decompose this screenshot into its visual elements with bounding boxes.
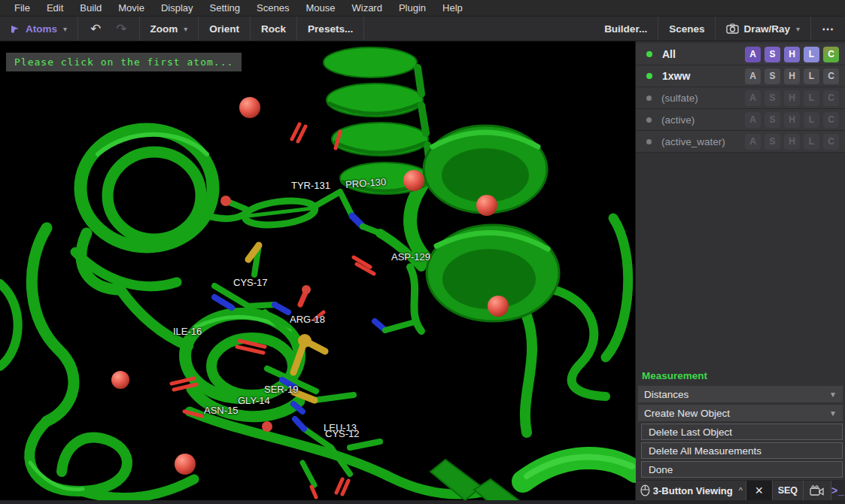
menu-help[interactable]: Help (434, 0, 471, 16)
chevron-down-icon: ▼ (829, 390, 837, 399)
measurement-target-dropdown[interactable]: Create New Object ▼ (638, 405, 843, 421)
mouse-mode-dropdown[interactable]: Atoms ▾ (0, 17, 78, 41)
done-button[interactable]: Done (641, 461, 843, 478)
object-row-sulfate[interactable]: (sulfate) A S H L C (636, 87, 845, 109)
menu-mouse[interactable]: Mouse (297, 0, 343, 16)
show-menu-button[interactable]: S (764, 47, 780, 62)
toolbar: Atoms ▾ ↶ ↷ Zoom ▾ Orient Rock Presets..… (0, 17, 845, 41)
menu-display[interactable]: Display (153, 0, 202, 16)
hide-menu-button[interactable]: H (784, 90, 800, 106)
color-menu-button[interactable]: C (823, 112, 839, 128)
seq-toggle-button[interactable]: SEQ (773, 481, 804, 500)
menu-plugin[interactable]: Plugin (391, 0, 434, 16)
hide-menu-button[interactable]: H (784, 68, 800, 84)
draw-ray-button[interactable]: Draw/Ray ▾ (716, 17, 811, 41)
object-side-panel: All A S H L C 1xww A S H (636, 41, 845, 500)
residue-label-ile16: ILE-16 (173, 326, 202, 337)
mouse-mode-value: 3-Button Viewing (653, 485, 736, 496)
disabled-dot-icon (646, 139, 652, 144)
orient-button[interactable]: Orient (199, 17, 251, 41)
wizard-prompt: Please click on the first atom... (6, 53, 242, 71)
toolbar-spacer (364, 17, 594, 41)
menu-file[interactable]: File (6, 0, 38, 16)
color-menu-button[interactable]: C (823, 47, 839, 62)
object-name: (active) (661, 114, 745, 126)
menu-bar: File Edit Build Movie Display Setting Sc… (0, 0, 845, 17)
show-menu-button[interactable]: S (764, 90, 780, 106)
residue-label-cys17: CYS-17 (233, 277, 268, 288)
label-menu-button[interactable]: L (804, 90, 819, 106)
terminal-toggle-button[interactable]: >_ (831, 481, 845, 500)
menu-setting[interactable]: Setting (202, 0, 248, 16)
redo-button[interactable]: ↷ (108, 17, 139, 41)
measurement-target-value: Create New Object (644, 408, 829, 419)
more-options-button[interactable]: ⋯ (811, 17, 845, 41)
disabled-dot-icon (646, 117, 652, 123)
hide-menu-button[interactable]: H (784, 112, 800, 128)
chevron-down-icon: ▼ (829, 409, 837, 417)
show-menu-button[interactable]: S (764, 112, 780, 128)
residue-label-asn15: ASN-15 (204, 405, 239, 416)
right-helices (424, 126, 559, 321)
label-menu-button[interactable]: L (804, 68, 819, 84)
protein-structure-art (0, 41, 636, 500)
action-menu-button[interactable]: A (745, 47, 761, 62)
show-menu-button[interactable]: S (764, 68, 780, 84)
object-row-active-water[interactable]: (active_water) A S H L C (636, 131, 845, 153)
zoom-button[interactable]: Zoom ▾ (140, 17, 199, 41)
close-wizard-button[interactable]: × (746, 481, 773, 500)
panel-bottom-bar: 3-Button Viewing ^ × SEQ >_ (636, 480, 845, 500)
object-row-1xww[interactable]: 1xww A S H L C (636, 65, 845, 87)
measurement-panel: Measurement Distances ▼ Create New Objec… (638, 370, 843, 480)
builder-button[interactable]: Builder... (594, 17, 658, 41)
mouse-mode-label: Atoms (26, 23, 57, 35)
movie-camera-icon (810, 485, 825, 496)
chevron-up-icon: ^ (739, 486, 743, 495)
mouse-mode-selector[interactable]: 3-Button Viewing ^ (636, 481, 746, 500)
chevron-down-icon: ▾ (796, 25, 800, 33)
delete-last-object-button[interactable]: Delete Last Object (641, 424, 843, 440)
object-row-all[interactable]: All A S H L C (636, 44, 845, 65)
enabled-dot-icon (646, 73, 652, 79)
window-bottom-strip (0, 500, 845, 504)
action-menu-button[interactable]: A (745, 68, 761, 84)
action-menu-button[interactable]: A (745, 134, 761, 150)
rock-button[interactable]: Rock (251, 17, 297, 41)
movie-controls-button[interactable] (804, 481, 831, 500)
menu-wizard[interactable]: Wizard (343, 0, 390, 16)
color-menu-button[interactable]: C (823, 90, 839, 106)
measurement-title: Measurement (642, 370, 843, 381)
action-menu-button[interactable]: A (745, 112, 761, 128)
label-menu-button[interactable]: L (804, 134, 819, 150)
color-menu-button[interactable]: C (823, 134, 839, 150)
show-menu-button[interactable]: S (764, 134, 780, 150)
camera-icon (726, 23, 739, 34)
presets-button[interactable]: Presets... (297, 17, 364, 41)
menu-edit[interactable]: Edit (38, 0, 71, 16)
menu-scenes[interactable]: Scenes (248, 0, 297, 16)
molecular-viewport[interactable]: Please click on the first atom... TYR-13… (0, 41, 636, 500)
menu-movie[interactable]: Movie (110, 0, 153, 16)
pymol-window: File Edit Build Movie Display Setting Sc… (0, 0, 845, 504)
draw-ray-label: Draw/Ray (743, 23, 790, 35)
hide-menu-button[interactable]: H (784, 134, 800, 150)
hide-menu-button[interactable]: H (784, 47, 800, 62)
scenes-button[interactable]: Scenes (658, 17, 716, 41)
undo-button[interactable]: ↶ (78, 17, 108, 41)
color-menu-button[interactable]: C (823, 68, 839, 84)
object-row-active[interactable]: (active) A S H L C (636, 109, 845, 131)
object-list: All A S H L C 1xww A S H (636, 41, 845, 153)
bottom-right-sheet (430, 457, 636, 500)
menu-build[interactable]: Build (71, 0, 110, 16)
measurement-mode-dropdown[interactable]: Distances ▼ (638, 386, 843, 402)
residue-label-tyr131: TYR-131 (291, 180, 330, 191)
label-menu-button[interactable]: L (804, 112, 819, 128)
action-menu-button[interactable]: A (745, 90, 761, 106)
object-name: All (662, 48, 745, 60)
residue-label-asp129: ASP-129 (391, 251, 430, 263)
measurement-mode-value: Distances (644, 389, 829, 400)
delete-all-measurements-button[interactable]: Delete All Measurements (641, 442, 843, 459)
residue-label-arg18: ARG-18 (290, 314, 325, 325)
chevron-down-icon: ▾ (63, 25, 67, 33)
label-menu-button[interactable]: L (804, 47, 819, 62)
